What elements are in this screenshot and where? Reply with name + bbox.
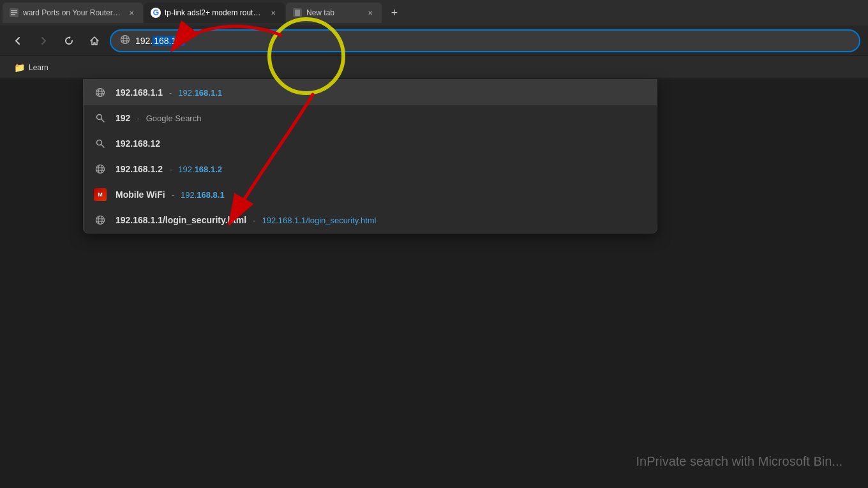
address-unselected: 192.	[135, 36, 153, 46]
bookmark-learn-label: Learn	[29, 63, 49, 72]
autocomplete-item-1[interactable]: 192.168.1.1 - 192.168.1.1	[84, 80, 657, 105]
svg-rect-6	[295, 10, 300, 16]
tab-3-favicon	[292, 8, 303, 18]
svg-point-8	[123, 36, 127, 44]
autocomplete-item-5-text: Mobile WiFi - 192.168.8.1	[116, 189, 647, 200]
autocomplete-item-6[interactable]: 192.168.1.1/login_security.html - 192.16…	[84, 207, 657, 233]
new-tab-button[interactable]: +	[385, 4, 403, 22]
autocomplete-item-5-url: 192.168.8.1	[181, 190, 225, 200]
address-bar-globe-icon	[120, 34, 130, 47]
tab-3[interactable]: New tab ✕	[286, 3, 382, 23]
autocomplete-item-6-main: 192.168.1.1/login_security.html	[116, 215, 246, 225]
svg-point-23	[96, 216, 105, 225]
svg-point-19	[96, 165, 105, 174]
home-button[interactable]	[84, 31, 105, 51]
autocomplete-item-1-text: 192.168.1.1 - 192.168.1.1	[116, 87, 647, 98]
svg-line-16	[101, 119, 105, 122]
refresh-button[interactable]	[59, 31, 79, 51]
autocomplete-item-2-main: 192	[116, 113, 130, 123]
autocomplete-dropdown: 192.168.1.1 - 192.168.1.1 192 - Google S…	[83, 79, 657, 233]
autocomplete-item-4-url: 192.168.1.2	[178, 165, 222, 174]
svg-point-20	[98, 165, 102, 174]
tab-3-title: New tab	[306, 8, 361, 17]
autocomplete-item-6-url: 192.168.1.1/login_security.html	[262, 216, 377, 225]
autocomplete-item-4-main: 192.168.1.2	[116, 164, 163, 174]
autocomplete-sep-2: -	[137, 114, 139, 123]
svg-rect-1	[11, 10, 17, 11]
autocomplete-globe-icon-1	[94, 86, 107, 99]
forward-button[interactable]	[33, 31, 54, 51]
autocomplete-item-1-main: 192.168.1.1	[116, 87, 163, 98]
tab-1-favicon	[9, 8, 19, 18]
inprivate-text: InPrivate search with Microsoft Bin...	[636, 454, 842, 469]
autocomplete-item-3-main: 192.168.12	[116, 138, 160, 149]
svg-line-18	[101, 145, 105, 148]
svg-point-24	[98, 216, 102, 225]
tab-2-title: tp-link adsl2+ modem router I...	[165, 8, 264, 17]
svg-point-11	[96, 89, 105, 97]
autocomplete-sep-1: -	[169, 88, 172, 98]
svg-rect-2	[11, 12, 17, 13]
tab-bar: ward Ports on Your Router fo... ✕ tp-lin…	[0, 0, 868, 26]
tab-3-close[interactable]: ✕	[365, 8, 375, 18]
bookmarks-bar: 📁 Learn	[0, 56, 868, 79]
tab-2-favicon	[151, 8, 161, 18]
autocomplete-item-2-text: 192 - Google Search	[116, 113, 647, 123]
tab-1-close[interactable]: ✕	[126, 8, 137, 18]
autocomplete-item-2-url: Google Search	[146, 114, 202, 123]
autocomplete-globe-icon-4	[94, 163, 107, 175]
svg-point-12	[98, 89, 102, 97]
autocomplete-sep-4: -	[169, 165, 172, 174]
autocomplete-favicon-icon-5: M	[94, 188, 107, 201]
tab-2[interactable]: tp-link adsl2+ modem router I... ✕	[144, 3, 285, 23]
folder-icon: 📁	[14, 63, 25, 73]
autocomplete-item-3-text: 192.168.12	[116, 138, 647, 149]
tab-2-close[interactable]: ✕	[268, 8, 278, 18]
nav-bar: 192.168.1.1	[0, 26, 868, 56]
address-selected: 168.1.1	[153, 36, 185, 46]
autocomplete-item-5-main: Mobile WiFi	[116, 189, 165, 200]
autocomplete-globe-icon-6	[94, 214, 107, 226]
autocomplete-sep-6: -	[253, 216, 255, 225]
address-bar[interactable]: 192.168.1.1	[110, 29, 860, 52]
autocomplete-item-2[interactable]: 192 - Google Search	[84, 105, 657, 131]
bookmark-learn[interactable]: 📁 Learn	[8, 60, 55, 75]
svg-rect-3	[11, 14, 15, 15]
autocomplete-item-5[interactable]: M Mobile WiFi - 192.168.8.1	[84, 182, 657, 207]
autocomplete-item-4[interactable]: 192.168.1.2 - 192.168.1.2	[84, 156, 657, 182]
autocomplete-item-4-text: 192.168.1.2 - 192.168.1.2	[116, 164, 647, 174]
autocomplete-item-6-text: 192.168.1.1/login_security.html - 192.16…	[116, 215, 647, 225]
back-button[interactable]	[8, 31, 28, 51]
autocomplete-search-icon-3	[94, 137, 107, 150]
tab-1-title: ward Ports on Your Router fo...	[23, 8, 123, 17]
tab-1[interactable]: ward Ports on Your Router fo... ✕	[3, 3, 143, 23]
address-bar-text[interactable]: 192.168.1.1	[135, 36, 185, 46]
svg-point-7	[121, 36, 130, 44]
autocomplete-sep-5: -	[172, 190, 174, 200]
autocomplete-item-1-url: 192.168.1.1	[178, 88, 222, 98]
autocomplete-item-3[interactable]: 192.168.12	[84, 131, 657, 156]
autocomplete-search-icon-2	[94, 112, 107, 124]
